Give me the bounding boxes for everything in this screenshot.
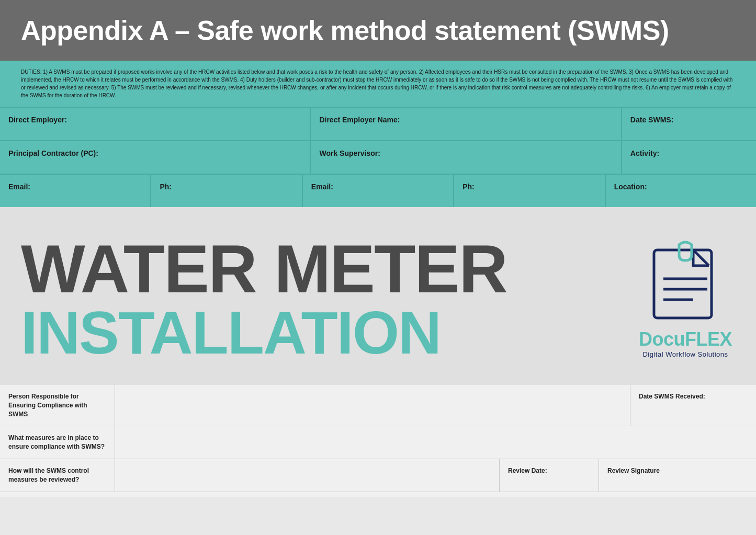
form-section: Direct Employer: Direct Employer Name: D… — [0, 107, 756, 207]
header-section: Appendix A – Safe work method statement … — [0, 0, 756, 61]
date-swms-cell-1: Date SWMS: — [622, 108, 756, 140]
location-cell: Location: — [606, 175, 756, 207]
email-value-2 — [311, 191, 445, 200]
form-row-2: Principal Contractor (PC): Work Supervis… — [0, 140, 756, 174]
review-signature-cell: Review Signature — [599, 459, 756, 492]
form-row-3: Email: Ph: Email: Ph: Location: — [0, 174, 756, 207]
location-value — [614, 191, 748, 200]
email-label-2: Email: — [311, 183, 333, 191]
activity-cell: Activity: — [622, 141, 756, 174]
date-swms-received-label: Date SWMS Received: — [639, 392, 748, 401]
compliance-row-3: How will the SWMS control measures be re… — [0, 459, 756, 492]
compliance-row-1: Person Responsible for Ensuring Complian… — [0, 385, 756, 426]
person-responsible-cell: Person Responsible for Ensuring Complian… — [0, 385, 115, 426]
direct-employer-cell: Direct Employer: — [0, 108, 311, 140]
docuflex-sub-text: Digital Workflow Solutions — [642, 350, 728, 358]
principal-contractor-label: Principal Contractor (PC): — [8, 149, 98, 157]
duties-bar: DUTIES: 1) A SWMS must be prepared if pr… — [0, 61, 756, 107]
ph-cell-1: Ph: — [151, 175, 302, 207]
flex-part: FLEX — [685, 328, 732, 350]
measures-label: What measures are in place to ensure com… — [8, 434, 106, 451]
ph-value-2 — [462, 191, 596, 200]
review-value-cell — [115, 459, 500, 492]
principal-contractor-value — [8, 158, 301, 166]
activity-label: Activity: — [630, 149, 659, 157]
direct-employer-name-value — [319, 124, 612, 133]
ph-value-1 — [160, 191, 293, 200]
work-supervisor-label: Work Supervisor: — [319, 149, 380, 157]
ph-label-1: Ph: — [160, 183, 172, 191]
water-meter-line2: INSTALLATION — [21, 303, 620, 363]
direct-employer-name-label: Direct Employer Name: — [319, 116, 400, 124]
date-swms-value-1 — [630, 124, 748, 133]
water-meter-text-block: WATER METER INSTALLATION — [21, 235, 620, 363]
review-label-cell: How will the SWMS control measures be re… — [0, 459, 115, 492]
form-row-1: Direct Employer: Direct Employer Name: D… — [0, 107, 756, 140]
direct-employer-value — [8, 124, 301, 133]
docu-part: Docu — [639, 328, 685, 350]
document-icon — [649, 240, 722, 323]
email-value-1 — [8, 191, 142, 200]
person-responsible-value-cell — [115, 385, 630, 426]
review-signature-label: Review Signature — [607, 466, 748, 475]
svg-line-1 — [693, 250, 709, 266]
person-responsible-label: Person Responsible for Ensuring Complian… — [8, 392, 106, 418]
graphic-section: WATER METER INSTALLATION DocuFLEX Digita… — [0, 207, 756, 385]
email-cell-2: Email: — [303, 175, 454, 207]
measures-value-cell — [115, 426, 756, 459]
date-swms-label-1: Date SWMS: — [630, 116, 673, 124]
work-supervisor-cell: Work Supervisor: — [311, 141, 622, 174]
date-swms-received-cell: Date SWMS Received: — [630, 385, 756, 426]
water-meter-line1: WATER METER — [21, 235, 620, 303]
review-label: How will the SWMS control measures be re… — [8, 466, 106, 484]
direct-employer-label: Direct Employer: — [8, 116, 67, 124]
review-date-cell: Review Date: — [500, 459, 599, 492]
direct-employer-name-cell: Direct Employer Name: — [311, 108, 622, 140]
work-supervisor-value — [319, 158, 612, 166]
principal-contractor-cell: Principal Contractor (PC): — [0, 141, 311, 174]
compliance-section: Person Responsible for Ensuring Complian… — [0, 385, 756, 497]
docuflex-logo: DocuFLEX Digital Workflow Solutions — [620, 240, 735, 358]
email-cell-1: Email: — [0, 175, 151, 207]
activity-value — [630, 158, 748, 166]
location-label: Location: — [614, 183, 647, 191]
ph-cell-2: Ph: — [454, 175, 605, 207]
email-label-1: Email: — [8, 183, 30, 191]
ph-label-2: Ph: — [462, 183, 475, 191]
docuflex-brand-name: DocuFLEX — [639, 328, 732, 350]
duties-text: DUTIES: 1) A SWMS must be prepared if pr… — [21, 68, 735, 99]
review-date-label: Review Date: — [508, 466, 590, 475]
measures-label-cell: What measures are in place to ensure com… — [0, 426, 115, 459]
compliance-row-2: What measures are in place to ensure com… — [0, 426, 756, 459]
page-title: Appendix A – Safe work method statement … — [21, 15, 735, 46]
